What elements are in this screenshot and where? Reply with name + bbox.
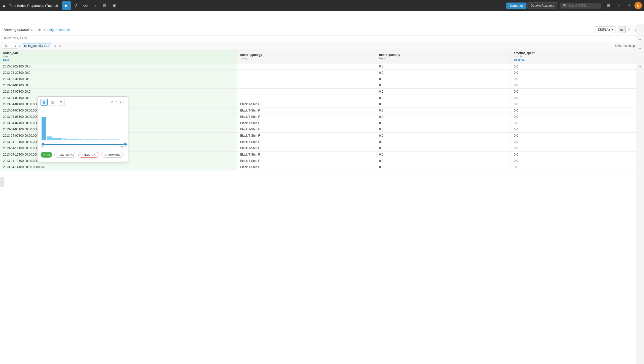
help-icon[interactable]: ? (614, 1, 623, 10)
filter-popup: ▦ ☰ T ↺ RESET 0 73 (37, 96, 128, 162)
col-header-tshirt-typology: tshirt_typology string (237, 50, 376, 63)
cell-tshirt-typology: Black T-Shirt F (237, 158, 376, 164)
col-name-tshirt-quantity: tshirt_quantity (379, 53, 400, 57)
cell-tshirt-typology: Black T-Shirt F (237, 120, 376, 126)
list-view-icon[interactable]: ☰ (625, 26, 632, 33)
table-row: 2013-03-31T00:00:0 0.0 0.0 (0, 76, 644, 82)
top-navigation: ▲ Time Series Preparation (Tutorial) ▶ ↺… (0, 0, 644, 11)
active-filter-tag[interactable]: tshirt_quantity (All) (22, 43, 51, 48)
histogram-bar (110, 139, 115, 140)
nav-icon-grid[interactable]: ⊡ (100, 1, 109, 10)
datasets-button[interactable]: Datasets (506, 3, 526, 9)
column-search-input[interactable] (9, 44, 14, 48)
popup-text-btn[interactable]: T (58, 99, 65, 106)
cell-amount-spent: 0.0 (511, 145, 644, 152)
app-logo: ▲ (2, 3, 6, 8)
col-type-tshirt-typology: string (240, 57, 373, 60)
search-input[interactable] (568, 4, 599, 7)
table-row: 2013-04-14T00:00:00.000000Z Black T-Shir… (0, 164, 644, 170)
sample-bar: Viewing dataset sample Configure sample … (0, 24, 644, 35)
range-fill (42, 144, 124, 145)
histogram-bar (79, 139, 83, 140)
range-handle-right[interactable] (124, 142, 127, 146)
cell-tshirt-typology (237, 95, 376, 101)
popup-list-btn[interactable]: ☰ (49, 99, 56, 106)
cell-tshirt-quantity: 0.0 (376, 89, 511, 95)
cell-tshirt-quantity: 0.0 (376, 120, 511, 126)
popup-reset-btn[interactable]: ↺ RESET (111, 100, 125, 104)
column-search[interactable]: 🔍 ▾ (2, 43, 17, 49)
filter-status-row: ✓All□OK (100%)□NOK (0%)□Empty (0%) (38, 150, 128, 160)
row-info: 8862 rows, 4 cols (0, 35, 644, 42)
display-button[interactable]: DISPLAY ▾ (595, 26, 616, 33)
cell-tshirt-typology (237, 70, 376, 76)
cell-tshirt-typology: Black T-Shirt F (237, 164, 376, 170)
reset-label: RESET (115, 100, 125, 104)
display-label: DISPLAY (598, 28, 611, 31)
histogram-bar (47, 136, 52, 140)
cell-tshirt-quantity: 0.0 (376, 95, 511, 101)
filter-col-name: tshirt_quantity (24, 44, 43, 48)
viewing-label: Viewing dataset sample (4, 28, 41, 32)
cell-amount-spent: 0.0 (511, 158, 644, 164)
cell-tshirt-quantity: 0.0 (376, 107, 511, 114)
status-badge-all[interactable]: ✓All (41, 152, 52, 158)
nav-icon-more[interactable]: ··· (120, 1, 128, 10)
col-subtype-amount-spent[interactable]: Decimal (514, 58, 524, 61)
range-handle-left[interactable] (42, 142, 45, 146)
filter-reset-icon[interactable]: ↺ (53, 44, 56, 48)
histogram-bar (63, 138, 67, 140)
filter-arrow-icon: › (19, 45, 20, 47)
nav-icon-run[interactable]: ▶ (62, 1, 71, 10)
cell-tshirt-quantity: 0.0 (376, 70, 511, 76)
dropdown-arrow-icon[interactable]: ▾ (15, 45, 16, 47)
cell-order-date: 2013-04-14T00:00:00.000000Z (0, 164, 237, 170)
user-avatar[interactable]: U (634, 2, 642, 9)
search-box[interactable]: 🔍 (560, 3, 601, 9)
col-header-amount-spent: amount_spent double Decimal (511, 50, 644, 63)
status-badge-empty[interactable]: □Empty (0%) (101, 152, 124, 158)
grid-view-icon[interactable]: ⊞ (618, 26, 625, 33)
filter-col-type: (All) (44, 44, 49, 47)
cell-tshirt-typology: Black T-Shirt F (237, 101, 376, 107)
sidebar-dot-icon[interactable]: ● (637, 63, 643, 69)
apps-icon[interactable]: ⊞ (604, 1, 613, 10)
status-badge-ok[interactable]: □OK (100%) (54, 152, 76, 158)
col-type-tshirt-quantity: bigint (379, 57, 508, 60)
col-type-order-date: date (3, 55, 234, 58)
cell-tshirt-quantity: 0.0 (376, 158, 511, 164)
range-labels: 0 73 (42, 146, 124, 149)
range-track (42, 144, 124, 145)
badge-label: OK (100%) (60, 153, 74, 156)
dataiku-academy-button[interactable]: Dataiku Academy (527, 2, 557, 9)
badge-icon: □ (104, 153, 106, 156)
top-right-icons: ⊞ ? ↗ U (604, 1, 642, 10)
col-subtype-order-date[interactable]: Date (3, 58, 9, 61)
nav-icon-code[interactable]: </> (81, 1, 90, 10)
status-badge-nok[interactable]: □NOK (0%) (78, 152, 99, 158)
histogram-bar (84, 139, 89, 140)
cell-amount-spent: 0.0 (511, 120, 644, 126)
nav-icon-view[interactable]: ▣ (110, 1, 119, 10)
cell-amount-spent: 0.0 (511, 133, 644, 139)
histogram-bar (94, 139, 99, 140)
right-sidebar: ‹ + ● ▶ ● (636, 50, 644, 364)
cell-amount-spent: 0.0 (511, 107, 644, 114)
cell-amount-spent: 0.0 (511, 152, 644, 158)
badge-icon: □ (57, 153, 59, 156)
left-collapse-button[interactable]: › (0, 177, 4, 187)
cell-tshirt-quantity: 0.0 (376, 164, 511, 170)
cell-tshirt-typology (237, 63, 376, 70)
nav-icon-refresh[interactable]: ↺ (72, 1, 80, 10)
configure-sample-link[interactable]: Configure sample (44, 28, 70, 32)
rows-count: 8862 rows, (4, 37, 19, 40)
cell-tshirt-typology: Black T-Shirt F (237, 139, 376, 145)
cell-tshirt-typology (237, 82, 376, 89)
popup-chart-btn[interactable]: ▦ (41, 99, 48, 106)
nav-icon-play[interactable]: ▷ (91, 1, 99, 10)
cell-tshirt-quantity: 0.0 (376, 152, 511, 158)
trend-icon[interactable]: ↗ (624, 1, 633, 10)
badge-label: Empty (0%) (107, 153, 121, 156)
filter-delete-icon[interactable]: ✕ (58, 44, 61, 48)
col-header-order-date: order_date date Date (0, 50, 237, 63)
